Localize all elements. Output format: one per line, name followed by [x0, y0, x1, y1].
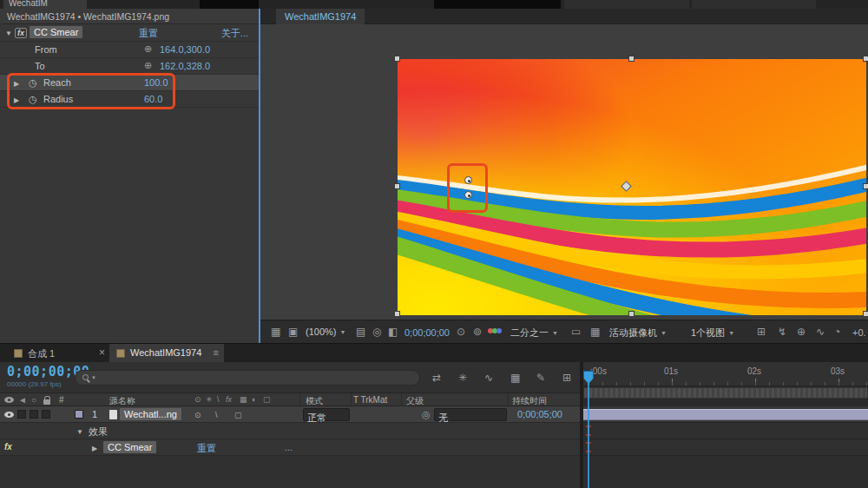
- draft-3d-icon[interactable]: ✳: [458, 373, 467, 383]
- point-picker-icon[interactable]: ⊕: [144, 44, 152, 54]
- panel-tab-fragment[interactable]: [564, 0, 689, 9]
- viewer-canvas[interactable]: [260, 24, 868, 320]
- selection-handle[interactable]: [394, 183, 400, 189]
- layer-name[interactable]: Wechatl...ng: [120, 408, 181, 420]
- layer-duration[interactable]: 0;00;05;00: [517, 409, 562, 419]
- label-color-swatch[interactable]: [75, 410, 83, 419]
- source-name-column-header[interactable]: 源名称: [109, 395, 135, 407]
- fast-preview-icon[interactable]: ↯: [778, 326, 786, 337]
- reset-link[interactable]: 重置: [197, 442, 216, 455]
- quality-switch-icon[interactable]: \: [217, 395, 220, 404]
- property-label[interactable]: Radius: [43, 94, 73, 104]
- about-link[interactable]: 关于...: [221, 27, 248, 40]
- effects-group-row[interactable]: ▼ 效果: [0, 423, 580, 439]
- ellipsis-text[interactable]: ...: [285, 442, 293, 452]
- twirl-closed-icon[interactable]: ▶: [14, 80, 19, 88]
- solo-cell[interactable]: [30, 410, 38, 419]
- audio-column-icon[interactable]: ◄: [18, 395, 27, 405]
- property-value[interactable]: 162.0,328.0: [160, 61, 210, 71]
- solo-column-icon[interactable]: ○: [31, 395, 36, 405]
- property-value[interactable]: 60.0: [144, 94, 162, 104]
- shy-switch-icon[interactable]: ⊙: [194, 395, 201, 404]
- snapshot-camera-icon[interactable]: ⊙: [457, 326, 465, 337]
- twirl-closed-icon[interactable]: ▶: [14, 96, 19, 104]
- frame-blend-switch-icon[interactable]: ▦: [240, 395, 247, 404]
- selection-handle[interactable]: [863, 183, 868, 189]
- selection-handle[interactable]: [394, 311, 400, 317]
- camera-dropdown[interactable]: 活动摄像机 ▼: [609, 326, 667, 340]
- selection-handle[interactable]: [628, 56, 635, 62]
- selection-handle[interactable]: [628, 311, 635, 317]
- work-area-bar[interactable]: [583, 387, 868, 399]
- effect-name[interactable]: CC Smear: [30, 26, 82, 38]
- effect-name[interactable]: CC Smear: [103, 441, 156, 453]
- pickwhip-icon[interactable]: ◎: [422, 409, 431, 420]
- region-of-interest-icon[interactable]: ▭: [571, 326, 581, 337]
- fx-switch-icon[interactable]: fx: [226, 395, 232, 404]
- transparency-grid-icon[interactable]: ▦: [590, 326, 600, 337]
- share-view-icon[interactable]: ⊞: [757, 326, 766, 337]
- parent-column-header[interactable]: 父级: [406, 395, 424, 407]
- tab-composition-1[interactable]: 合成 1: [7, 344, 94, 363]
- selection-handle[interactable]: [394, 56, 400, 62]
- preview-time[interactable]: 0;00;00;00: [404, 327, 450, 338]
- mode-column-header[interactable]: 模式: [306, 395, 323, 407]
- fx-badge-icon[interactable]: fx: [15, 28, 27, 38]
- search-dropdown-arrow-icon[interactable]: ▼: [91, 375, 96, 380]
- stopwatch-icon[interactable]: ◷: [29, 95, 37, 104]
- layer-shy-switch[interactable]: ⊙: [194, 411, 201, 419]
- panel-tab-fragment[interactable]: [200, 0, 259, 9]
- collapse-switch-icon[interactable]: ✳: [206, 395, 213, 404]
- parent-dropdown[interactable]: 无 ▼: [434, 408, 507, 421]
- channel-icon[interactable]: [488, 328, 502, 335]
- tab-wechatimg1974[interactable]: WechatIMG1974 ≡: [109, 344, 224, 363]
- monitor-icon[interactable]: ▣: [288, 326, 298, 337]
- 3d-switch-icon[interactable]: ▢: [263, 395, 271, 404]
- view-layout-icon[interactable]: ▦: [271, 326, 280, 337]
- frame-blend-icon[interactable]: ▦: [510, 373, 520, 383]
- panel-tab-fragment[interactable]: [434, 0, 561, 9]
- target-icon[interactable]: ◎: [372, 326, 381, 337]
- lock-column-icon[interactable]: [43, 399, 50, 405]
- property-label[interactable]: From: [35, 44, 57, 55]
- view-count-dropdown[interactable]: 1个视图 ▼: [691, 326, 734, 340]
- ruler-icon[interactable]: ▤: [356, 326, 365, 337]
- exposure-icon[interactable]: ◔: [834, 326, 840, 337]
- twirl-open-icon[interactable]: ▼: [5, 30, 12, 37]
- lock-cell[interactable]: [42, 410, 50, 419]
- panel-tab-fragment[interactable]: [692, 0, 816, 9]
- point-picker-icon[interactable]: ⊕: [144, 61, 152, 70]
- twirl-closed-icon[interactable]: ▶: [92, 445, 97, 452]
- effect-header-row[interactable]: ▼ fx CC Smear 重置 关于...: [0, 24, 259, 42]
- show-snapshot-icon[interactable]: ⊚: [473, 326, 482, 337]
- effect-point-from[interactable]: [464, 176, 472, 184]
- composition-image[interactable]: [398, 59, 866, 315]
- brainstorm-icon[interactable]: ⊞: [562, 373, 571, 383]
- layer-3d-switch[interactable]: ▢: [234, 411, 242, 419]
- blend-mode-dropdown[interactable]: 正常 ▼: [303, 408, 350, 421]
- exposure-value[interactable]: +0.: [852, 327, 866, 338]
- effect-point-to[interactable]: [464, 191, 472, 199]
- layer-row[interactable]: 1 Wechatl...ng ⊙ \ ▢ 正常 ▼ ◎ 无 ▼ 0;00;05;…: [0, 406, 580, 423]
- twirl-open-icon[interactable]: ▼: [76, 428, 83, 436]
- property-value[interactable]: 100.0: [144, 77, 168, 88]
- property-label[interactable]: Reach: [43, 77, 71, 88]
- motion-blur-switch-icon[interactable]: ◐: [252, 395, 256, 404]
- trkmat-column-header[interactable]: T TrkMat: [353, 395, 387, 405]
- selection-handle[interactable]: [863, 311, 868, 317]
- layer-eye-icon[interactable]: [4, 412, 14, 418]
- pin-icon[interactable]: ⊕: [797, 326, 806, 337]
- index-column-header[interactable]: #: [59, 395, 64, 405]
- layer-duration-bar[interactable]: [583, 409, 868, 420]
- panel-menu-icon[interactable]: ≡: [214, 347, 219, 358]
- mask-visibility-icon[interactable]: ◧: [388, 326, 398, 337]
- effect-row-cc-smear[interactable]: fx ▶ CC Smear 重置 ...: [0, 439, 580, 456]
- graph-icon[interactable]: ∿: [816, 326, 825, 337]
- property-label[interactable]: To: [35, 61, 45, 71]
- layer-quality-switch[interactable]: \: [215, 411, 218, 419]
- stopwatch-icon[interactable]: ◷: [29, 78, 37, 88]
- selection-handle[interactable]: [863, 56, 868, 62]
- video-column-eye-icon[interactable]: [4, 397, 14, 403]
- mini-flowchart-icon[interactable]: ⇄: [432, 373, 441, 383]
- search-input[interactable]: [102, 372, 414, 384]
